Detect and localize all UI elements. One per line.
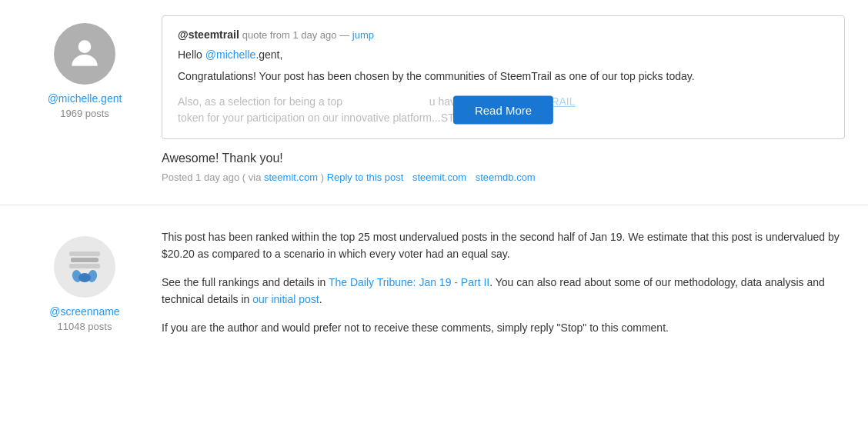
quote-header: @steemtrail quote from 1 day ago — jump xyxy=(178,28,829,41)
svg-rect-2 xyxy=(71,258,98,262)
quote-mention[interactable]: @michelle xyxy=(205,48,256,61)
quote-box: @steemtrail quote from 1 day ago — jump … xyxy=(162,15,845,139)
reply-section: Awesome! Thank you! Posted 1 day ago ( v… xyxy=(162,152,845,183)
first-author-sidebar: @michelle.gent 1969 posts xyxy=(23,15,146,189)
second-author-name[interactable]: @screenname xyxy=(49,305,119,318)
avatar xyxy=(54,23,115,85)
reply-meta: Posted 1 day ago ( via steemit.com ) Rep… xyxy=(162,172,845,183)
avatar-book xyxy=(54,236,115,298)
second-author-posts: 11048 posts xyxy=(58,321,112,332)
quote-jump-link[interactable]: jump xyxy=(352,29,374,41)
second-comment-block: @screenname 11048 posts This post has be… xyxy=(0,205,868,362)
first-comment-block: @michelle.gent 1969 posts @steemtrail qu… xyxy=(0,0,868,205)
author-name[interactable]: @michelle.gent xyxy=(48,92,122,105)
steemdb-link[interactable]: steemdb.com xyxy=(476,172,536,183)
first-comment-content: @steemtrail quote from 1 day ago — jump … xyxy=(146,15,845,189)
quote-main-text: Congratulations! Your post has been chos… xyxy=(178,68,829,85)
second-para-2: See the full rankings and details in The… xyxy=(162,274,845,308)
second-para-1: This post has been ranked within the top… xyxy=(162,228,845,263)
author-posts: 1969 posts xyxy=(60,108,109,119)
svg-rect-3 xyxy=(69,264,100,268)
svg-rect-1 xyxy=(69,251,100,256)
steemit-link[interactable]: steemit.com xyxy=(264,172,318,183)
steemit-link-2[interactable]: steemit.com xyxy=(412,172,466,183)
person-icon xyxy=(65,34,104,75)
quote-faded-area: Also, as a selection for being a top u h… xyxy=(178,94,829,126)
quote-meta: quote from 1 day ago — jump xyxy=(242,29,374,41)
quote-author[interactable]: @steemtrail xyxy=(178,28,239,41)
read-more-button[interactable]: Read More xyxy=(453,96,553,125)
initial-post-link[interactable]: our initial post xyxy=(252,293,319,305)
tribune-link[interactable]: The Daily Tribune: Jan 19 - Part II xyxy=(329,276,489,288)
second-para-3: If you are the author and would prefer n… xyxy=(162,319,845,336)
post-container: @michelle.gent 1969 posts @steemtrail qu… xyxy=(0,0,868,443)
second-comment-content: This post has been ranked within the top… xyxy=(146,228,845,347)
read-more-overlay: Read More xyxy=(453,96,553,125)
reply-link[interactable]: Reply to this post xyxy=(327,172,404,183)
svg-point-6 xyxy=(78,273,91,282)
svg-point-0 xyxy=(78,40,92,53)
quote-greeting: Hello @michelle.gent, xyxy=(178,48,829,61)
second-author-sidebar: @screenname 11048 posts xyxy=(23,228,146,347)
reply-text: Awesome! Thank you! xyxy=(162,152,845,165)
